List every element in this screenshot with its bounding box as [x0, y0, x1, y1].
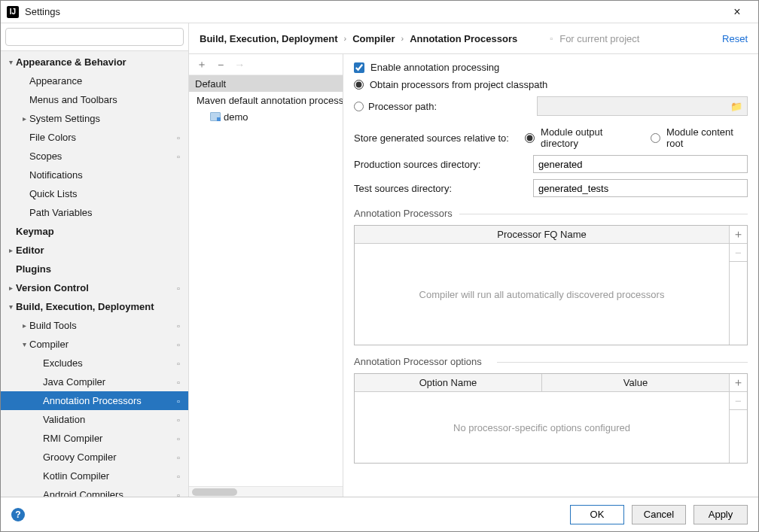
sidebar-item-editor[interactable]: ▸Editor — [1, 241, 188, 260]
sidebar-item-annotation-processors[interactable]: ·Annotation Processors▫ — [1, 391, 188, 410]
chevron-right-icon[interactable]: ▸ — [19, 321, 29, 330]
module-content-radio[interactable] — [651, 133, 660, 143]
sidebar-item-java-compiler[interactable]: ·Java Compiler▫ — [1, 372, 188, 391]
prod-dir-label: Production sources directory: — [354, 159, 527, 170]
processors-empty-text: Compiler will run all automatically disc… — [355, 244, 729, 345]
sidebar-item-keymap[interactable]: ·Keymap — [1, 222, 188, 241]
for-current-project: ▫ For current project — [546, 33, 639, 44]
remove-profile-icon[interactable]: − — [218, 59, 224, 71]
module-output-label[interactable]: Module output directory — [541, 126, 637, 149]
sidebar-item-path-variables[interactable]: ·Path Variables — [1, 203, 188, 222]
sidebar-item-excludes[interactable]: ·Excludes▫ — [1, 354, 188, 372]
module-output-radio[interactable] — [525, 133, 535, 143]
sidebar-item-label: Build, Execution, Deployment — [16, 301, 184, 312]
cancel-button[interactable]: Cancel — [632, 505, 686, 524]
obtain-classpath-label[interactable]: Obtain processors from project classpath — [370, 79, 547, 90]
profile-label: Maven default annotation processors prof… — [197, 95, 343, 106]
app-icon: IJ — [7, 6, 19, 18]
enable-annotation-checkbox[interactable] — [354, 62, 364, 73]
project-scope-icon: ▫ — [173, 453, 184, 462]
prod-dir-input[interactable] — [533, 155, 748, 173]
sidebar-item-label: File Colors — [29, 132, 173, 143]
close-icon[interactable]: × — [722, 5, 752, 19]
sidebar: 🔍 ▾Appearance & Behavior·Appearance·Menu… — [1, 23, 189, 497]
sidebar-item-build-execution-deployment[interactable]: ▾Build, Execution, Deployment — [1, 297, 188, 316]
reset-link[interactable]: Reset — [722, 33, 748, 44]
project-scope-icon: ▫ — [173, 491, 184, 497]
sidebar-item-label: Excludes — [43, 357, 173, 369]
dialog-footer: ? OK Cancel Apply — [1, 497, 758, 531]
sidebar-item-build-tools[interactable]: ▸Build Tools▫ — [1, 316, 188, 335]
add-profile-icon[interactable]: ＋ — [197, 58, 207, 71]
sidebar-item-label: Validation — [43, 414, 173, 425]
sidebar-item-menus-and-toolbars[interactable]: ·Menus and Toolbars — [1, 90, 188, 109]
sidebar-item-kotlin-compiler[interactable]: ·Kotlin Compiler▫ — [1, 467, 188, 485]
sidebar-item-label: RMI Compiler — [43, 433, 173, 444]
scrollbar-thumb[interactable] — [192, 488, 237, 496]
sidebar-item-compiler[interactable]: ▾Compiler▫ — [1, 335, 188, 354]
window-title: Settings — [25, 6, 722, 17]
processor-path-label[interactable]: Processor path: — [368, 101, 444, 112]
chevron-down-icon[interactable]: ▾ — [19, 340, 29, 348]
sidebar-item-file-colors[interactable]: ·File Colors▫ — [1, 128, 188, 147]
module-icon — [210, 112, 221, 121]
chevron-down-icon[interactable]: ▾ — [5, 58, 16, 66]
sidebar-item-android-compilers[interactable]: ·Android Compilers▫ — [1, 485, 188, 497]
sidebar-item-label: Compiler — [29, 339, 173, 350]
sidebar-item-scopes[interactable]: ·Scopes▫ — [1, 147, 188, 166]
sidebar-item-version-control[interactable]: ▸Version Control▫ — [1, 278, 188, 297]
sidebar-item-groovy-compiler[interactable]: ·Groovy Compiler▫ — [1, 448, 188, 467]
sidebar-item-quick-lists[interactable]: ·Quick Lists — [1, 184, 188, 203]
sidebar-item-label: Plugins — [16, 263, 184, 275]
obtain-classpath-radio[interactable] — [354, 80, 364, 90]
sidebar-item-label: Appearance & Behavior — [16, 56, 184, 68]
sidebar-item-rmi-compiler[interactable]: ·RMI Compiler▫ — [1, 429, 188, 448]
detail-panel: Enable annotation processing Obtain proc… — [343, 54, 758, 497]
crumb-1[interactable]: Compiler — [352, 33, 395, 44]
profiles-scrollbar[interactable] — [189, 486, 343, 497]
sidebar-item-label: Java Compiler — [43, 376, 173, 388]
processor-path-radio[interactable] — [354, 102, 364, 111]
profile-label: Default — [195, 78, 226, 90]
project-scope-icon: ▫ — [173, 359, 184, 368]
sidebar-item-validation[interactable]: ·Validation▫ — [1, 410, 188, 429]
profile-module-demo[interactable]: demo — [189, 108, 343, 125]
help-button[interactable]: ? — [11, 508, 25, 521]
sidebar-item-label: Build Tools — [29, 320, 173, 331]
sidebar-item-system-settings[interactable]: ▸System Settings — [1, 109, 188, 128]
chevron-right-icon[interactable]: ▸ — [19, 114, 29, 123]
sidebar-item-notifications[interactable]: ·Notifications — [1, 166, 188, 184]
ok-button[interactable]: OK — [570, 505, 624, 524]
option-name-header: Option Name — [355, 374, 542, 391]
crumb-0[interactable]: Build, Execution, Deployment — [200, 33, 337, 44]
profile-maven[interactable]: Maven default annotation processors prof… — [189, 92, 343, 108]
crumb-2: Annotation Processors — [410, 33, 517, 44]
chevron-right-icon[interactable]: ▸ — [5, 246, 16, 254]
add-processor-button[interactable]: ＋ — [730, 226, 747, 244]
profiles-list[interactable]: Default Maven default annotation process… — [189, 75, 343, 497]
project-scope-icon: ▫ — [173, 152, 184, 161]
search-input[interactable] — [5, 28, 184, 46]
option-value-header: Value — [542, 374, 729, 391]
browse-icon[interactable]: 📁 — [730, 101, 742, 112]
test-dir-input[interactable] — [533, 179, 748, 197]
profile-leaf-label: demo — [224, 111, 248, 123]
sidebar-item-label: Kotlin Compiler — [43, 470, 173, 482]
chevron-down-icon[interactable]: ▾ — [5, 302, 16, 311]
sidebar-item-plugins[interactable]: ·Plugins — [1, 260, 188, 278]
sidebar-item-appearance-behavior[interactable]: ▾Appearance & Behavior — [1, 53, 188, 71]
module-content-label[interactable]: Module content root — [666, 126, 748, 149]
add-option-button[interactable]: ＋ — [730, 374, 747, 392]
sidebar-item-appearance[interactable]: ·Appearance — [1, 71, 188, 90]
project-scope-icon: ▫ — [173, 284, 184, 293]
test-dir-label: Test sources directory: — [354, 183, 527, 194]
chevron-right-icon[interactable]: ▸ — [5, 284, 16, 292]
settings-tree[interactable]: ▾Appearance & Behavior·Appearance·Menus … — [1, 51, 188, 497]
enable-annotation-label[interactable]: Enable annotation processing — [370, 62, 499, 73]
project-scope-icon: ▫ — [173, 321, 184, 330]
profile-default[interactable]: Default — [189, 75, 343, 92]
profiles-toolbar: ＋ − → — [189, 54, 343, 75]
sidebar-item-label: Menus and Toolbars — [29, 94, 184, 105]
apply-button[interactable]: Apply — [693, 505, 748, 524]
options-table: Option Name Value No processor-specific … — [354, 373, 748, 464]
